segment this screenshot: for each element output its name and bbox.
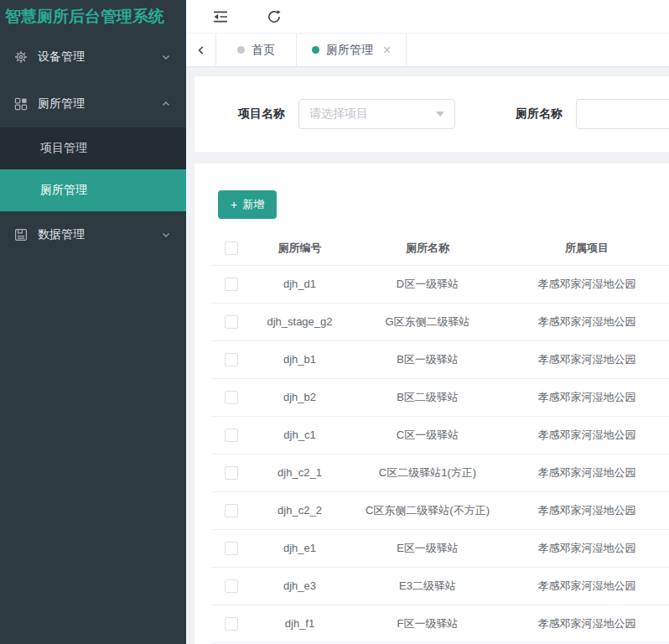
cell-toilet-code: djh_e1 [252,529,348,567]
cell-toilet-name: B区一级驿站 [348,340,507,378]
filter-panel: 项目名称 请选择项目 厕所名称 [194,76,669,152]
cell-toilet-code: djh_b1 [252,340,348,378]
toilet-table: 厕所编号 厕所名称 所属项目 djh_d1 D区一级驿站 孝感邓家河湿地公园 d… [211,231,669,643]
cell-project: 孝感邓家河湿地公园 [507,491,666,529]
tab-label: 首页 [252,43,275,58]
sidebar: 智慧厕所后台管理系统 设备管理 厕所 [0,0,186,644]
row-checkbox[interactable] [225,391,238,404]
app-title: 智慧厕所后台管理系统 [0,0,186,34]
select-all-checkbox[interactable] [225,242,238,255]
row-checkbox[interactable] [225,579,238,593]
cell-toilet-name: C区东侧二级驿站(不方正) [348,491,507,529]
cell-project: 孝感邓家河湿地公园 [507,567,666,605]
add-button[interactable]: + 新增 [218,190,277,219]
gear-icon [14,50,28,64]
cell-toilet-name: F区一级驿站 [348,605,507,642]
project-select-placeholder: 请选择项目 [309,106,436,122]
table-row[interactable]: djh_stage_g2 G区东侧二级驿站 孝感邓家河湿地公园 [211,303,669,340]
data-icon [14,228,28,242]
sidebar-item-label: 数据管理 [38,227,161,242]
row-checkbox[interactable] [225,428,238,442]
grid-icon [14,97,28,111]
cell-project: 孝感邓家河湿地公园 [507,340,666,378]
cell-project: 孝感邓家河湿地公园 [507,378,666,416]
cell-project: 孝感邓家河湿地公园 [507,265,666,303]
row-checkbox[interactable] [225,466,238,480]
row-checkbox[interactable] [225,353,238,366]
chevron-up-icon [161,99,171,109]
row-checkbox[interactable] [225,617,238,631]
content-area: 项目名称 请选择项目 厕所名称 + 新增 [186,67,669,644]
cell-toilet-code: djh_c1 [252,416,348,454]
cell-toilet-code: djh_e3 [252,567,348,605]
row-checkbox[interactable] [225,315,238,329]
tab-status-dot [312,46,319,54]
cell-project: 孝感邓家河湿地公园 [507,416,666,454]
sidebar-submenu: 项目管理 厕所管理 [0,127,186,211]
sidebar-item-label: 设备管理 [38,49,161,65]
sidebar-item-label: 厕所管理 [38,96,161,112]
cell-toilet-code: djh_d1 [252,265,348,303]
table-row[interactable]: djh_c2_1 C区二级驿站1(方正) 孝感邓家河湿地公园 [211,454,669,491]
table-row[interactable]: djh_c1 C区一级驿站 孝感邓家河湿地公园 [211,416,669,454]
table-row[interactable]: djh_b1 B区一级驿站 孝感邓家河湿地公园 [211,340,669,378]
column-header-name: 厕所名称 [348,231,507,265]
chevron-down-icon [161,230,171,240]
cell-toilet-code: djh_f1 [252,605,348,642]
toilet-name-label: 厕所名称 [516,106,563,122]
cell-toilet-code: djh_stage_g2 [252,303,348,340]
sidebar-item-data-management[interactable]: 数据管理 [0,211,186,258]
cell-toilet-name: G区东侧二级驿站 [348,303,507,340]
cell-project: 孝感邓家河湿地公园 [507,454,666,491]
menu-fold-icon[interactable] [213,9,228,24]
sidebar-item-toilet-management[interactable]: 厕所管理 [0,80,186,127]
table-row[interactable]: djh_d1 D区一级驿站 孝感邓家河湿地公园 [211,265,669,303]
cell-toilet-name: D区一级驿站 [348,265,507,303]
refresh-icon[interactable] [267,9,282,24]
submenu-item-label: 厕所管理 [40,183,87,198]
add-button-label: 新增 [242,197,264,212]
table-row[interactable]: djh_c2_2 C区东侧二级驿站(不方正) 孝感邓家河湿地公园 [211,491,669,529]
row-checkbox[interactable] [225,504,238,517]
cell-toilet-name: E区一级驿站 [348,529,507,567]
tab-home[interactable]: 首页 [216,34,297,66]
project-select[interactable]: 请选择项目 [298,99,455,129]
table-row[interactable]: djh_f1 F区一级驿站 孝感邓家河湿地公园 [211,605,669,642]
tab-toilet-management[interactable]: 厕所管理 × [297,34,407,66]
table-row[interactable]: djh_e3 E3二级驿站 孝感邓家河湿地公园 [211,567,669,605]
cell-project: 孝感邓家河湿地公园 [507,605,666,642]
cell-toilet-name: C区二级驿站1(方正) [348,454,507,491]
close-icon[interactable]: × [383,44,391,57]
sidebar-item-toilet-management-sub[interactable]: 厕所管理 [0,169,186,211]
cell-toilet-name: E3二级驿站 [348,567,507,605]
cell-toilet-code: djh_c2_2 [252,491,348,529]
cell-toilet-code: djh_b2 [252,378,348,416]
table-header-row: 厕所编号 厕所名称 所属项目 [211,231,669,265]
row-checkbox[interactable] [225,542,238,555]
submenu-item-label: 项目管理 [40,141,87,156]
sidebar-item-device-management[interactable]: 设备管理 [0,34,186,80]
table-row[interactable]: djh_e1 E区一级驿站 孝感邓家河湿地公园 [211,529,669,567]
tabs-bar: 首页 厕所管理 × [186,34,669,67]
table-row[interactable]: djh_b2 B区二级驿站 孝感邓家河湿地公园 [211,378,669,416]
cell-project: 孝感邓家河湿地公园 [507,529,666,567]
cell-toilet-name: B区二级驿站 [348,378,507,416]
topbar [186,0,669,34]
column-header-project: 所属项目 [507,231,666,265]
plus-icon: + [231,198,237,211]
tabs-back-button[interactable] [186,34,216,66]
main-area: 首页 厕所管理 × 项目名称 请选择项目 厕所名称 [186,0,669,644]
toilet-name-input[interactable] [576,99,669,129]
table-body: djh_d1 D区一级驿站 孝感邓家河湿地公园 djh_stage_g2 G区东… [211,265,669,642]
app-window: 智慧厕所后台管理系统 设备管理 厕所 [0,0,669,644]
caret-down-icon [436,112,444,117]
row-checkbox[interactable] [225,278,238,291]
tab-label: 厕所管理 [326,43,373,58]
project-name-label: 项目名称 [238,106,285,122]
chevron-down-icon [161,52,171,62]
sidebar-item-project-management[interactable]: 项目管理 [0,127,186,169]
table-panel: + 新增 厕所编号 厕所名称 所属项目 [194,164,669,644]
cell-toilet-code: djh_c2_1 [252,454,348,491]
column-header-code: 厕所编号 [252,231,348,265]
cell-toilet-name: C区一级驿站 [348,416,507,454]
